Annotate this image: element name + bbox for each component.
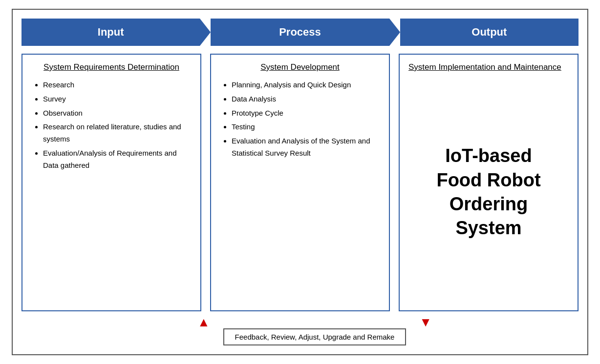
input-box-title: System Requirements Determination — [31, 62, 192, 72]
input-arrow: Input — [21, 19, 200, 46]
process-bullet-list: Planning, Analysis and Quick Design Data… — [220, 79, 380, 162]
output-label: Output — [471, 26, 507, 39]
feedback-row: ▲ ▼ Feedback, Review, Adjust, Upgrade an… — [21, 316, 579, 345]
feedback-arrows: ▲ ▼ — [158, 316, 471, 328]
input-bullet-list: Research Survey Observation Research on … — [31, 79, 192, 173]
output-box: System Implementation and Maintenance Io… — [399, 54, 579, 311]
iot-system-title: IoT-basedFood RobotOrderingSystem — [436, 144, 540, 241]
list-item: Testing — [232, 121, 380, 133]
output-arrow: Output — [400, 19, 579, 46]
process-box: System Development Planning, Analysis an… — [210, 54, 390, 311]
arrow-down-icon: ▼ — [419, 316, 432, 328]
process-box-title: System Development — [220, 62, 380, 72]
iot-text: IoT-basedFood RobotOrderingSystem — [436, 145, 540, 238]
list-item: Research on related literature, studies … — [43, 121, 192, 145]
output-box-title: System Implementation and Maintenance — [408, 62, 561, 72]
list-item: Survey — [43, 93, 192, 105]
process-label: Process — [279, 26, 321, 39]
header-row: Input Process Output — [21, 19, 579, 46]
list-item: Evaluation/Analysis of Requirements and … — [43, 147, 192, 172]
input-label: Input — [98, 26, 124, 39]
arrow-up-icon: ▲ — [197, 316, 210, 328]
feedback-container: ▲ ▼ Feedback, Review, Adjust, Upgrade an… — [158, 316, 471, 345]
list-item: Planning, Analysis and Quick Design — [232, 79, 380, 91]
list-item: Prototype Cycle — [232, 107, 380, 120]
input-box: System Requirements Determination Resear… — [21, 54, 201, 311]
list-item: Observation — [43, 107, 192, 120]
list-item: Data Analysis — [232, 93, 380, 105]
process-arrow: Process — [211, 19, 389, 46]
main-diagram: Input Process Output System Requirements… — [12, 9, 588, 355]
content-row: System Requirements Determination Resear… — [21, 54, 579, 311]
list-item: Evaluation and Analysis of the System an… — [232, 135, 380, 160]
feedback-label: Feedback, Review, Adjust, Upgrade and Re… — [223, 328, 407, 345]
list-item: Research — [43, 79, 192, 91]
